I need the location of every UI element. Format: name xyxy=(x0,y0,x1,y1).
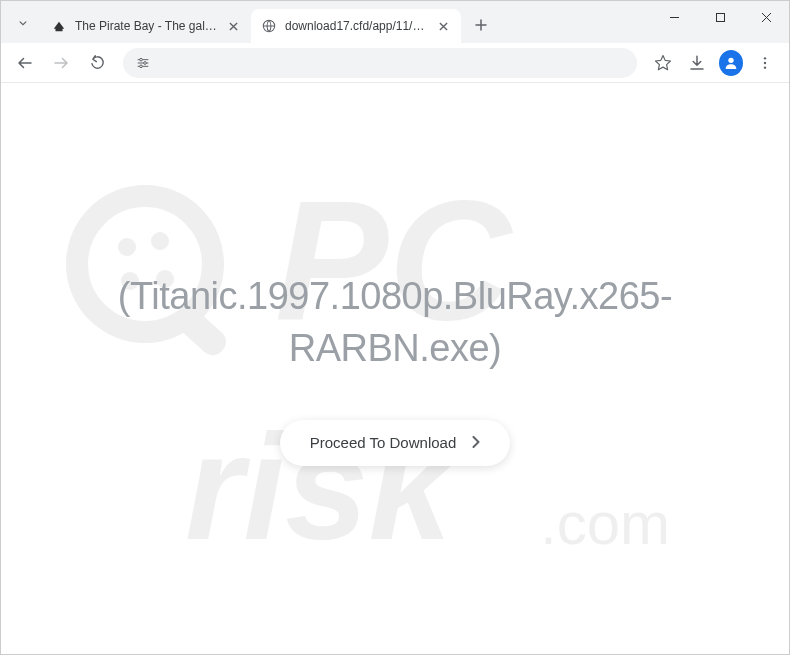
svg-point-4 xyxy=(140,65,143,68)
svg-text:.com: .com xyxy=(540,490,670,557)
person-icon xyxy=(723,55,739,71)
minimize-icon xyxy=(669,12,680,23)
minimize-button[interactable] xyxy=(651,1,697,33)
titlebar: The Pirate Bay - The galaxy's mo downloa… xyxy=(1,1,789,43)
maximize-button[interactable] xyxy=(697,1,743,33)
new-tab-button[interactable] xyxy=(467,11,495,39)
chevron-down-icon xyxy=(16,16,30,30)
chevron-right-icon xyxy=(472,434,480,452)
svg-point-5 xyxy=(728,57,733,62)
svg-rect-1 xyxy=(716,13,724,21)
window-controls xyxy=(651,1,789,37)
browser-window: The Pirate Bay - The galaxy's mo downloa… xyxy=(0,0,790,655)
back-button[interactable] xyxy=(9,47,41,79)
site-settings-icon[interactable] xyxy=(133,53,153,73)
svg-point-7 xyxy=(764,61,766,63)
button-label: Proceed To Download xyxy=(310,434,456,451)
tab-close-button[interactable] xyxy=(435,18,451,34)
menu-button[interactable] xyxy=(749,47,781,79)
tab-title: The Pirate Bay - The galaxy's mo xyxy=(75,19,221,33)
svg-point-6 xyxy=(764,57,766,59)
globe-icon xyxy=(262,19,276,33)
close-icon xyxy=(761,12,772,23)
star-icon xyxy=(654,54,672,72)
toolbar-right xyxy=(647,47,781,79)
svg-point-11 xyxy=(151,232,169,250)
favicon-globe xyxy=(261,18,277,34)
tab-title: download17.cfd/app/11/?&lpke xyxy=(285,19,431,33)
close-icon xyxy=(439,22,448,31)
reload-icon xyxy=(89,54,106,71)
kebab-icon xyxy=(757,55,773,71)
bookmark-button[interactable] xyxy=(647,47,679,79)
downloads-button[interactable] xyxy=(681,47,713,79)
page-content: PC risk .com (Titanic.1997.1080p.BluRay.… xyxy=(1,83,789,654)
tab-close-button[interactable] xyxy=(225,18,241,34)
svg-point-10 xyxy=(118,238,136,256)
tab-download[interactable]: download17.cfd/app/11/?&lpke xyxy=(251,9,461,43)
svg-point-3 xyxy=(144,61,147,64)
svg-point-2 xyxy=(140,58,143,61)
toolbar xyxy=(1,43,789,83)
close-window-button[interactable] xyxy=(743,1,789,33)
tab-pirate-bay[interactable]: The Pirate Bay - The galaxy's mo xyxy=(41,9,251,43)
arrow-right-icon xyxy=(52,54,70,72)
address-bar[interactable] xyxy=(123,48,637,78)
svg-point-8 xyxy=(764,66,766,68)
proceed-download-button[interactable]: Proceed To Download xyxy=(280,420,510,466)
tab-search-button[interactable] xyxy=(9,9,37,37)
favicon-pirate-bay xyxy=(51,18,67,34)
plus-icon xyxy=(475,19,487,31)
arrow-left-icon xyxy=(16,54,34,72)
download-icon xyxy=(688,54,706,72)
reload-button[interactable] xyxy=(81,47,113,79)
close-icon xyxy=(229,22,238,31)
forward-button[interactable] xyxy=(45,47,77,79)
profile-button[interactable] xyxy=(715,47,747,79)
avatar xyxy=(719,50,743,76)
filename-text: (Titanic.1997.1080p.BluRay.x265-RARBN.ex… xyxy=(1,271,789,374)
maximize-icon xyxy=(715,12,726,23)
